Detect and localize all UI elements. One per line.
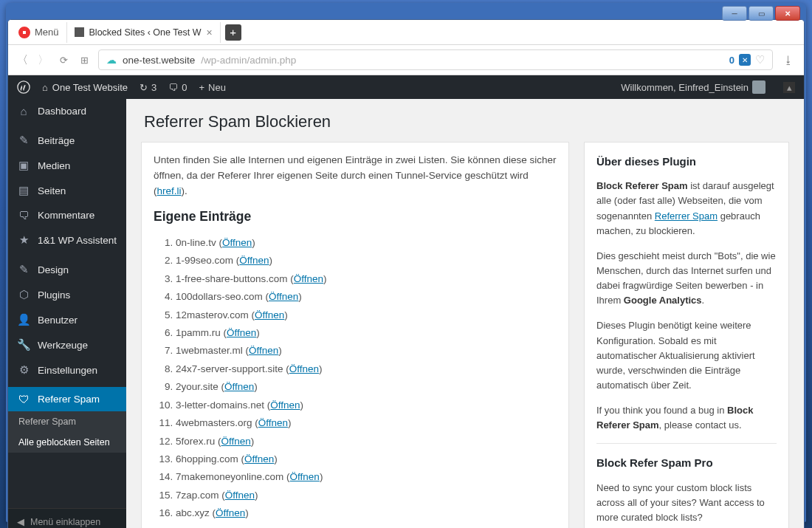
wordpress-logo-icon[interactable] (17, 80, 30, 94)
site-link[interactable]: ⌂ One Test Website (42, 82, 128, 93)
avatar-icon (752, 80, 765, 94)
open-link[interactable]: Öffnen (258, 417, 288, 428)
sidebar-item-label: Seiten (38, 185, 66, 196)
forward-icon[interactable]: 〉 (36, 53, 49, 67)
sidebar-subitem[interactable]: Alle geblockten Seiten (8, 432, 126, 453)
tab-favicon-icon (75, 27, 84, 37)
speed-dial-icon[interactable]: ⊞ (78, 55, 91, 66)
open-link[interactable]: Öffnen (222, 237, 252, 248)
sidebar-item-posts[interactable]: ✎Beiträge (8, 128, 126, 153)
open-link[interactable]: Öffnen (221, 436, 251, 447)
scroll-up-icon[interactable]: ▴ (783, 82, 795, 93)
downloads-icon[interactable]: ⭳ (783, 54, 794, 66)
sidebar-item-settings[interactable]: ⚙Einstellungen (8, 357, 126, 383)
collapse-icon: ◀ (17, 516, 24, 527)
entry-item: 3-letter-domains.net (Öffnen) (176, 398, 557, 414)
open-link[interactable]: Öffnen (224, 381, 254, 392)
settings-icon: ⚙ (17, 363, 30, 377)
open-link[interactable]: Öffnen (225, 490, 255, 501)
sidebar-item-pages[interactable]: ▤Seiten (8, 178, 126, 203)
open-link[interactable]: Öffnen (294, 273, 323, 284)
tools-icon: 🔧 (17, 338, 30, 352)
blocker-icon[interactable]: ✕ (739, 54, 751, 66)
window-minimize-button[interactable]: ─ (722, 6, 747, 21)
entry-item: 12masterov.com (Öffnen) (176, 308, 557, 323)
open-link[interactable]: Öffnen (289, 363, 319, 374)
entry-item: 1webmaster.ml (Öffnen) (176, 343, 557, 359)
blocker-count: 0 (729, 55, 734, 66)
back-icon[interactable]: 〈 (16, 53, 29, 67)
hrefli-link[interactable]: href.li (157, 185, 182, 196)
users-icon: 👤 (17, 313, 30, 326)
open-link[interactable]: Öffnen (255, 309, 284, 320)
plugins-icon: ⬡ (17, 288, 30, 301)
page-title: Referrer Spam Blockieren (141, 99, 789, 142)
plus-icon: + (199, 82, 204, 93)
entry-item: 1-99seo.com (Öffnen) (176, 253, 557, 269)
design-icon: ✎ (17, 263, 30, 276)
sidebar-item-media[interactable]: ▣Medien (8, 153, 126, 178)
open-link[interactable]: Öffnen (290, 471, 320, 482)
sidebar-subitem[interactable]: Referer Spam (8, 411, 126, 432)
sidebar-item-comments[interactable]: 🗨Kommentare (8, 203, 126, 227)
sidebar-item-label: Design (38, 264, 69, 275)
opera-menu-button[interactable]: Menü (11, 22, 66, 43)
entry-item: 0n-line.tv (Öffnen) (176, 236, 557, 251)
sidebar-item-label: Benutzer (38, 315, 78, 326)
entry-item: 1-free-share-buttons.com (Öffnen) (176, 272, 557, 287)
dashboard-icon: ⌂ (17, 105, 30, 117)
referer-spam-icon: 🛡 (17, 393, 30, 405)
open-link[interactable]: Öffnen (216, 507, 245, 518)
referrer-spam-link[interactable]: Referrer Spam (655, 210, 718, 222)
home-icon: ⌂ (42, 82, 48, 93)
address-bar[interactable]: ☁ one-test.website/wp-admin/admin.php 0 … (98, 49, 773, 70)
site-info-icon[interactable]: ☁ (106, 54, 117, 66)
entry-item: 7zap.com (Öffnen) (176, 488, 557, 504)
sidebar-item-users[interactable]: 👤Benutzer (8, 307, 126, 332)
updates-item[interactable]: ↻3 (140, 82, 156, 93)
new-tab-button[interactable]: + (225, 24, 241, 41)
sidebar-item-assistant[interactable]: ★1&1 WP Assistent (8, 227, 126, 253)
sidebar-item-label: Werkzeuge (38, 340, 88, 351)
sidebar-item-label: 1&1 WP Assistent (38, 235, 117, 246)
assistant-icon: ★ (17, 233, 30, 247)
tab-close-icon[interactable]: × (206, 27, 212, 38)
admin-sidebar: ⌂Dashboard✎Beiträge▣Medien▤Seiten🗨Kommen… (8, 99, 126, 528)
url-path: /wp-admin/admin.php (201, 55, 296, 66)
open-link[interactable]: Öffnen (244, 453, 274, 464)
entry-item: 6hopping.com (Öffnen) (176, 452, 557, 467)
sidebar-item-plugins[interactable]: ⬡Plugins (8, 282, 126, 307)
sidebar-item-design[interactable]: ✎Design (8, 257, 126, 282)
sidebar-item-tools[interactable]: 🔧Werkzeuge (8, 332, 126, 357)
comments-icon: 🗨 (168, 82, 178, 93)
browser-tab[interactable]: Blocked Sites ‹ One Test W × (66, 22, 221, 43)
new-item[interactable]: +Neu (199, 82, 225, 93)
sidebar-item-label: Plugins (38, 289, 70, 301)
comments-item[interactable]: 🗨0 (168, 82, 187, 93)
window-close-button[interactable]: ✕ (775, 6, 800, 21)
sidebar-item-dashboard[interactable]: ⌂Dashboard (8, 99, 126, 123)
open-link[interactable]: Öffnen (270, 400, 300, 411)
site-name: One Test Website (52, 82, 128, 93)
sidebar-item-label: Medien (38, 160, 70, 171)
collapse-menu-button[interactable]: ◀Menü einklappen (8, 508, 126, 528)
entries-list: 0n-line.tv (Öffnen)1-99seo.com (Öffnen)1… (176, 236, 557, 521)
posts-icon: ✎ (17, 134, 30, 147)
entry-item: 100dollars-seo.com (Öffnen) (176, 289, 557, 305)
entry-item: 1pamm.ru (Öffnen) (176, 326, 557, 341)
open-link[interactable]: Öffnen (249, 345, 278, 356)
open-link[interactable]: Öffnen (239, 255, 269, 266)
open-link[interactable]: Öffnen (227, 327, 256, 338)
reload-icon[interactable]: ⟳ (57, 55, 70, 66)
sidebar-item-label: Kommentare (38, 210, 94, 221)
account-link[interactable]: Willkommen, Einfred_Einstein (621, 80, 765, 94)
sidebar-item-referer-spam[interactable]: 🛡Referer Spam (8, 387, 126, 411)
bookmark-heart-icon[interactable]: ♡ (755, 53, 765, 66)
open-link[interactable]: Öffnen (269, 291, 298, 302)
entry-item: 2your.site (Öffnen) (176, 380, 557, 395)
entry-item: abc.xyz (Öffnen) (176, 506, 557, 521)
updates-icon: ↻ (140, 82, 148, 93)
sidebar-item-label: Dashboard (38, 106, 86, 117)
window-maximize-button[interactable]: ▭ (749, 6, 774, 21)
entry-item: 4webmasters.org (Öffnen) (176, 416, 557, 431)
